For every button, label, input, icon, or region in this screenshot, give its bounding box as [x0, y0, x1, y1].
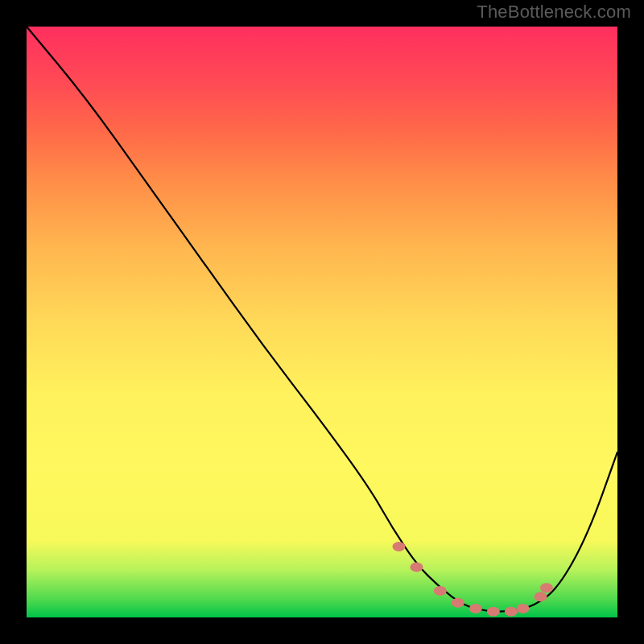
- plot-area: [27, 27, 617, 617]
- bottleneck-curve: [27, 27, 617, 612]
- curve-marker: [452, 598, 464, 608]
- curve-marker: [434, 586, 447, 596]
- chart-svg: [27, 27, 617, 617]
- curve-marker: [517, 604, 530, 613]
- curve-marker: [505, 607, 518, 617]
- curve-marker: [487, 607, 500, 617]
- curve-marker: [540, 583, 553, 592]
- curve-marker: [392, 542, 405, 551]
- watermark-text: TheBottleneck.com: [477, 2, 631, 23]
- curve-marker: [410, 563, 423, 572]
- curve-marker: [535, 592, 547, 601]
- marker-group: [392, 542, 552, 617]
- curve-marker: [469, 604, 482, 613]
- chart-frame: TheBottleneck.com: [0, 0, 644, 644]
